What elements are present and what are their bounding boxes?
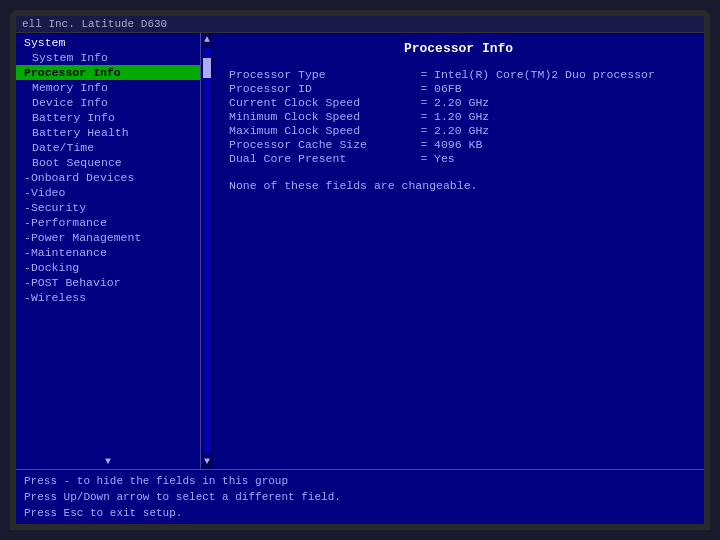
info-row-6: Dual Core Present=Yes — [229, 152, 688, 165]
status-line-2: Press Esc to exit setup. — [24, 505, 696, 521]
sidebar-item-10[interactable]: -Video — [16, 185, 200, 200]
info-label-4: Maximum Clock Speed — [229, 124, 414, 137]
info-equals-4: = — [414, 124, 434, 137]
content-area: Processor Info Processor Type=Intel(R) C… — [213, 33, 704, 469]
info-label-5: Processor Cache Size — [229, 138, 414, 151]
info-row-5: Processor Cache Size=4096 KB — [229, 138, 688, 151]
bios-main: SystemSystem InfoProcessor InfoMemory In… — [16, 33, 704, 469]
sidebar-item-7[interactable]: Date/Time — [16, 140, 200, 155]
sidebar-item-0[interactable]: System — [16, 35, 200, 50]
sidebar: SystemSystem InfoProcessor InfoMemory In… — [16, 33, 201, 469]
sidebar-item-16[interactable]: -POST Behavior — [16, 275, 200, 290]
scroll-thumb — [203, 58, 211, 78]
scroll-track[interactable] — [203, 48, 211, 454]
sidebar-item-6[interactable]: Battery Health — [16, 125, 200, 140]
info-row-1: Processor ID=06FB — [229, 82, 688, 95]
info-value-6: Yes — [434, 152, 688, 165]
info-value-3: 1.20 GHz — [434, 110, 688, 123]
status-line-0: Press - to hide the fields in this group — [24, 473, 696, 489]
sidebar-item-9[interactable]: -Onboard Devices — [16, 170, 200, 185]
info-value-0: Intel(R) Core(TM)2 Duo processor — [434, 68, 688, 81]
sidebar-item-4[interactable]: Device Info — [16, 95, 200, 110]
info-equals-6: = — [414, 152, 434, 165]
laptop-frame: ell Inc. Latitude D630 SystemSystem Info… — [10, 10, 710, 530]
sidebar-item-15[interactable]: -Docking — [16, 260, 200, 275]
scrollbar: ▲ ▼ — [201, 33, 213, 469]
info-table: Processor Type=Intel(R) Core(TM)2 Duo pr… — [229, 68, 688, 165]
sidebar-item-5[interactable]: Battery Info — [16, 110, 200, 125]
title-bar: ell Inc. Latitude D630 — [16, 16, 704, 33]
scroll-down-icon[interactable]: ▼ — [204, 456, 210, 468]
scroll-down-arrow[interactable]: ▼ — [16, 454, 200, 469]
status-bar: Press - to hide the fields in this group… — [16, 469, 704, 524]
info-label-2: Current Clock Speed — [229, 96, 414, 109]
sidebar-list: SystemSystem InfoProcessor InfoMemory In… — [16, 35, 200, 454]
info-value-4: 2.20 GHz — [434, 124, 688, 137]
info-label-1: Processor ID — [229, 82, 414, 95]
scroll-up-arrow[interactable]: ▲ — [204, 34, 210, 46]
status-line-1: Press Up/Down arrow to select a differen… — [24, 489, 696, 505]
info-equals-2: = — [414, 96, 434, 109]
info-value-5: 4096 KB — [434, 138, 688, 151]
sidebar-item-13[interactable]: -Power Management — [16, 230, 200, 245]
sidebar-item-11[interactable]: -Security — [16, 200, 200, 215]
info-equals-0: = — [414, 68, 434, 81]
info-row-2: Current Clock Speed=2.20 GHz — [229, 96, 688, 109]
sidebar-item-2[interactable]: Processor Info — [16, 65, 200, 80]
info-label-6: Dual Core Present — [229, 152, 414, 165]
info-label-3: Minimum Clock Speed — [229, 110, 414, 123]
info-equals-3: = — [414, 110, 434, 123]
info-row-0: Processor Type=Intel(R) Core(TM)2 Duo pr… — [229, 68, 688, 81]
info-equals-1: = — [414, 82, 434, 95]
info-label-0: Processor Type — [229, 68, 414, 81]
sidebar-item-14[interactable]: -Maintenance — [16, 245, 200, 260]
info-value-1: 06FB — [434, 82, 688, 95]
info-equals-5: = — [414, 138, 434, 151]
sidebar-item-1[interactable]: System Info — [16, 50, 200, 65]
sidebar-item-8[interactable]: Boot Sequence — [16, 155, 200, 170]
info-note: None of these fields are changeable. — [229, 179, 688, 192]
sidebar-item-3[interactable]: Memory Info — [16, 80, 200, 95]
content-title: Processor Info — [229, 41, 688, 56]
info-value-2: 2.20 GHz — [434, 96, 688, 109]
sidebar-item-17[interactable]: -Wireless — [16, 290, 200, 305]
title-bar-text: ell Inc. Latitude D630 — [22, 18, 167, 30]
info-row-4: Maximum Clock Speed=2.20 GHz — [229, 124, 688, 137]
sidebar-item-12[interactable]: -Performance — [16, 215, 200, 230]
info-row-3: Minimum Clock Speed=1.20 GHz — [229, 110, 688, 123]
bios-screen: SystemSystem InfoProcessor InfoMemory In… — [16, 33, 704, 524]
